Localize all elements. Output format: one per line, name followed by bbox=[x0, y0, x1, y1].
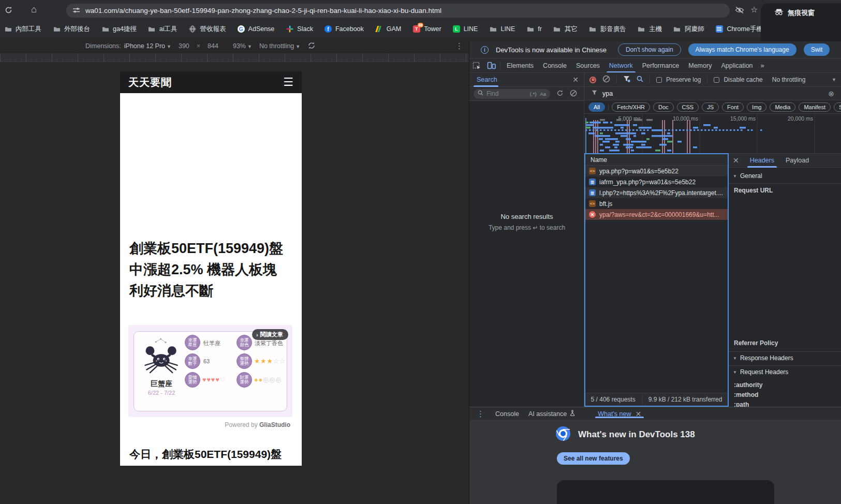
bookmark-link[interactable]: Slack bbox=[286, 25, 313, 33]
tab-payload[interactable]: Payload bbox=[781, 154, 814, 168]
home-icon[interactable]: ⌂ bbox=[31, 5, 37, 14]
tab-elements[interactable]: Elements bbox=[502, 58, 538, 72]
device-select[interactable]: iPhone 12 Pro▼ bbox=[124, 42, 171, 50]
filter-pill-media[interactable]: Media bbox=[770, 102, 795, 112]
bookmark-folder[interactable]: ai工具 bbox=[148, 25, 178, 34]
response-headers-section[interactable]: ▼Response Headers bbox=[733, 354, 793, 362]
close-details-icon[interactable]: ✕ bbox=[733, 156, 739, 165]
filter-pill-css[interactable]: CSS bbox=[677, 102, 699, 112]
bookmark-folder[interactable]: 影音廣告 bbox=[589, 25, 626, 34]
hamburger-menu-icon[interactable]: ☰ bbox=[283, 77, 293, 88]
search-tab[interactable]: Search bbox=[469, 73, 503, 87]
site-title[interactable]: 天天要聞 bbox=[128, 76, 172, 90]
request-row[interactable]: ≣iafrm_ypa.php?p=wa01&s=5e5b22 bbox=[585, 176, 728, 187]
bookmark-link[interactable]: GAdSense bbox=[238, 25, 275, 33]
disable-cache-checkbox[interactable] bbox=[714, 77, 719, 83]
search-pane-header: Search ✕ bbox=[469, 73, 584, 87]
device-toolbar-more-icon[interactable]: ⋮ bbox=[455, 41, 463, 51]
bookmark-folder[interactable]: 內部工具 bbox=[4, 25, 41, 34]
url-text[interactable]: wa01.com/a/chuang-ye-ban-50etf-159949-pa… bbox=[85, 7, 441, 14]
see-all-features-button[interactable]: See all new features bbox=[557, 452, 630, 465]
search-input[interactable]: Find (.*)Aa bbox=[474, 89, 550, 99]
network-filter-input[interactable]: ypa bbox=[602, 90, 613, 97]
drawer-tab-ai-assistance[interactable]: AI assistance bbox=[524, 410, 580, 418]
filter-pill-fetch[interactable]: Fetch/XHR bbox=[612, 102, 650, 112]
tab-application[interactable]: Application bbox=[716, 58, 757, 72]
close-search-icon[interactable]: ✕ bbox=[572, 76, 579, 84]
request-row-selected-error[interactable]: ✕ypa/?aws=rev&ct=2&c=000001669&u=htt... bbox=[585, 209, 728, 220]
url-bar[interactable]: wa01.com/a/chuang-ye-ban-50etf-159949-pa… bbox=[66, 4, 730, 18]
filter-pill-img[interactable]: Img bbox=[747, 102, 766, 112]
eye-slash-icon[interactable] bbox=[735, 6, 744, 16]
device-toolbar-toggle-icon[interactable] bbox=[484, 58, 498, 72]
viewport-height-field[interactable]: 844 bbox=[208, 42, 218, 50]
close-whats-new-icon[interactable]: ✕ bbox=[635, 410, 641, 418]
regex-toggle-icon[interactable]: (.*) bbox=[530, 91, 537, 97]
reload-icon[interactable] bbox=[4, 6, 13, 16]
request-headers-section[interactable]: ▼Request Headers bbox=[733, 368, 788, 376]
name-column-header[interactable]: Name bbox=[585, 154, 728, 166]
record-icon[interactable] bbox=[589, 77, 596, 83]
bookmark-link[interactable]: Chrome手機模擬器... bbox=[715, 25, 761, 34]
tab-network[interactable]: Network bbox=[604, 58, 638, 72]
network-throttling-select[interactable]: No throttling bbox=[772, 76, 806, 83]
viewport-width-field[interactable]: 390 bbox=[179, 42, 189, 50]
tab-memory[interactable]: Memory bbox=[684, 58, 716, 72]
dont-show-again-button[interactable]: Don't show again bbox=[618, 43, 681, 56]
tune-icon[interactable] bbox=[72, 6, 80, 16]
tab-sources[interactable]: Sources bbox=[571, 58, 604, 72]
tab-performance[interactable]: Performance bbox=[638, 58, 684, 72]
bookmark-folder[interactable]: 其它 bbox=[553, 25, 578, 34]
pseudo-header: :authority bbox=[734, 381, 762, 389]
network-overview[interactable]: 5,000 ms 10,000 ms 15,000 ms 20,000 ms bbox=[584, 113, 841, 153]
more-tabs-icon[interactable]: » bbox=[758, 58, 768, 72]
general-section-header[interactable]: ▼General bbox=[733, 172, 762, 180]
bookmark-link[interactable]: GAM bbox=[375, 25, 401, 33]
preserve-log-checkbox[interactable] bbox=[656, 77, 662, 83]
bookmark-folder[interactable]: 外部後台 bbox=[53, 25, 90, 34]
bookmark-star-icon[interactable]: ☆ bbox=[750, 5, 758, 14]
tab-headers[interactable]: Headers bbox=[745, 154, 779, 168]
filter-pill-manifest[interactable]: Manifest bbox=[799, 102, 831, 112]
folder-icon bbox=[526, 25, 534, 33]
bookmark-link[interactable]: fFacebook bbox=[324, 25, 364, 33]
filter-pill-js[interactable]: JS bbox=[702, 102, 719, 112]
network-search-icon[interactable] bbox=[637, 76, 643, 84]
bookmark-link[interactable]: LLINE bbox=[453, 25, 478, 33]
rotate-icon[interactable] bbox=[307, 41, 316, 51]
article-title: 創業板50ETF(159949)盤中漲超2.5% 機器人板塊利好消息不斷 bbox=[129, 238, 286, 302]
bookmark-folder[interactable]: fr bbox=[526, 25, 542, 33]
search-icon bbox=[478, 90, 483, 97]
refresh-search-icon[interactable] bbox=[556, 90, 564, 98]
switch-language-button[interactable]: Swit bbox=[804, 43, 830, 56]
throttling-select[interactable]: No throttling▼ bbox=[259, 42, 300, 50]
clear-filter-icon[interactable]: ⊗ bbox=[828, 90, 834, 98]
filter-pill-socket[interactable]: Socket bbox=[834, 102, 841, 112]
match-case-toggle-icon[interactable]: Aa bbox=[540, 91, 546, 97]
request-row[interactable]: <>ypa.php?p=wa01&s=5e5b22 bbox=[585, 166, 728, 176]
filter-pill-all[interactable]: All bbox=[588, 102, 605, 112]
zoom-select[interactable]: 93%▼ bbox=[233, 42, 252, 50]
bookmark-folder[interactable]: 阿慶師 bbox=[673, 25, 704, 34]
filter-pill-font[interactable]: Font bbox=[722, 102, 744, 112]
request-row[interactable]: ≣l.php?z=https%3A%2F%2Fypa.intentarget..… bbox=[585, 187, 728, 198]
drawer-menu-icon[interactable]: ⋮ bbox=[477, 409, 484, 419]
filter-pill-doc[interactable]: Doc bbox=[653, 102, 674, 112]
bookmark-link[interactable]: T36Tower bbox=[412, 25, 441, 33]
match-language-button[interactable]: Always match Chrome's language bbox=[688, 43, 796, 56]
tab-console[interactable]: Console bbox=[538, 58, 571, 72]
clear-search-icon[interactable] bbox=[570, 90, 577, 98]
lucky-color-value: 淡紫丁香色 bbox=[255, 339, 283, 347]
inspect-icon[interactable] bbox=[469, 58, 484, 72]
drawer-tab-console[interactable]: Console bbox=[491, 410, 524, 418]
request-row[interactable]: <>bft.js bbox=[585, 198, 728, 209]
clear-network-icon[interactable] bbox=[602, 75, 610, 84]
bookmark-folder[interactable]: 主機 bbox=[638, 25, 662, 34]
gam-icon bbox=[375, 25, 383, 33]
drawer-tab-whats-new[interactable]: What's new✕ bbox=[593, 410, 646, 418]
bookmark-link[interactable]: 營收報表 bbox=[189, 25, 226, 34]
read-article-button[interactable]: › 閱讀文章 bbox=[252, 329, 288, 340]
filter-icon[interactable] bbox=[623, 76, 630, 84]
bookmark-folder[interactable]: LINE bbox=[489, 25, 515, 33]
bookmark-folder[interactable]: ga4捷徑 bbox=[101, 25, 137, 34]
